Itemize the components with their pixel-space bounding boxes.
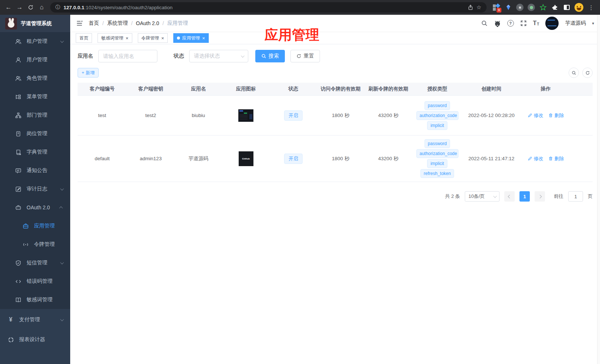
refresh-icon-button[interactable] bbox=[582, 68, 593, 78]
sidebar-item-dict[interactable]: 字典管理 bbox=[0, 143, 70, 161]
goto-page-input[interactable] bbox=[568, 191, 583, 202]
sidebar-item-menu-mgmt[interactable]: 菜单管理 bbox=[0, 87, 70, 106]
browser-menu-icon[interactable]: ⋮ bbox=[587, 4, 595, 11]
app-shell: 芋道管理系统 租户管理 用户管理 角色管理 菜单 bbox=[0, 15, 600, 364]
cell-client-id: default bbox=[78, 156, 127, 161]
address-bar[interactable]: ⓘ 127.0.0.1:1024/system/oauth2/oauth2/ap… bbox=[50, 2, 487, 13]
edit-link[interactable]: 修改 bbox=[528, 112, 543, 119]
sidebar-logo[interactable]: 芋道管理系统 bbox=[0, 15, 70, 32]
user-name[interactable]: 芋道源码 bbox=[565, 20, 586, 27]
text-size-icon[interactable]: TT bbox=[533, 20, 539, 26]
cell-app-icon: GitHub bbox=[222, 151, 270, 166]
chevron-left-icon bbox=[508, 195, 511, 198]
breadcrumb-home[interactable]: 首页 bbox=[89, 20, 99, 27]
grant-tag: authorization_code bbox=[416, 149, 458, 158]
page-size-select[interactable]: 10条/页 bbox=[465, 191, 500, 202]
extension-star-icon[interactable] bbox=[539, 4, 547, 11]
next-page-button[interactable] bbox=[535, 191, 545, 202]
sidebar-item-payment[interactable]: ¥ 支付管理 bbox=[0, 310, 70, 330]
sidebar-item-user[interactable]: 用户管理 bbox=[0, 51, 70, 69]
current-page-button[interactable]: 1 bbox=[519, 191, 530, 202]
github-icon[interactable] bbox=[494, 20, 501, 27]
site-info-icon[interactable]: ⓘ bbox=[55, 4, 60, 11]
tab-close-icon[interactable]: × bbox=[161, 36, 164, 41]
browser-reload-icon[interactable] bbox=[26, 3, 35, 12]
search-button[interactable]: 搜索 bbox=[255, 50, 285, 62]
tab-close-icon[interactable]: × bbox=[202, 36, 205, 41]
reset-button[interactable]: 重置 bbox=[290, 50, 320, 62]
col-header: 授权类型 bbox=[412, 86, 462, 92]
cell-created-time: 2022-05-12 00:28:20 bbox=[462, 113, 521, 118]
cell-status: 开启 bbox=[270, 154, 317, 164]
sidebar-item-dept[interactable]: 部门管理 bbox=[0, 106, 70, 124]
extension-record-icon[interactable] bbox=[528, 4, 535, 11]
cell-secret: test2 bbox=[127, 113, 175, 118]
chevron-down-icon bbox=[60, 39, 64, 43]
pagination: 共 2 条 10条/页 1 前往 页 bbox=[78, 191, 593, 202]
extension-puzzle-icon[interactable] bbox=[551, 4, 559, 11]
breadcrumb: 首页 / 系统管理 / OAuth 2.0 / 应用管理 bbox=[89, 20, 188, 27]
sidebar-item-sensitive-words[interactable]: 敏感词管理 bbox=[0, 291, 70, 309]
add-button[interactable]: + 新增 bbox=[78, 68, 99, 78]
red-annotation-title: 应用管理 bbox=[265, 26, 319, 44]
breadcrumb-system[interactable]: 系统管理 bbox=[107, 20, 128, 27]
code-icon bbox=[15, 278, 21, 285]
chevron-down-icon bbox=[493, 194, 497, 198]
bookmark-star-icon[interactable]: ☆ bbox=[477, 4, 481, 11]
sidebar-item-oauth-token[interactable]: 令牌管理 bbox=[0, 235, 70, 254]
fullscreen-icon[interactable] bbox=[520, 20, 527, 27]
app-name-input[interactable] bbox=[98, 50, 157, 62]
status-select-placeholder: 请选择状态 bbox=[194, 53, 220, 59]
sidebar-item-sms[interactable]: 短信管理 bbox=[0, 254, 70, 272]
tab-sensitive-words[interactable]: 敏感词管理 × bbox=[98, 33, 132, 43]
cell-app-name: 芋道源码 bbox=[175, 155, 222, 162]
plus-icon: + bbox=[82, 70, 84, 75]
sidebar-item-audit-log[interactable]: 审计日志 bbox=[0, 180, 70, 198]
sidebar-item-oauth-application[interactable]: 应用管理 bbox=[0, 217, 70, 235]
breadcrumb-oauth[interactable]: OAuth 2.0 bbox=[136, 20, 159, 26]
sidebar-item-oauth[interactable]: OAuth 2.0 bbox=[0, 198, 70, 217]
extension-gem-icon[interactable] bbox=[504, 4, 512, 11]
cell-refresh-validity: 43200 秒 bbox=[364, 112, 412, 119]
extension-command-icon[interactable] bbox=[516, 4, 524, 11]
sidebar-item-tenant[interactable]: 租户管理 bbox=[0, 32, 70, 51]
tab-application-mgmt[interactable]: 应用管理 × bbox=[173, 33, 209, 43]
search-icon[interactable] bbox=[481, 20, 488, 27]
extension-blocks-icon[interactable]: 9 bbox=[492, 4, 500, 11]
browser-back-icon[interactable]: ← bbox=[4, 3, 13, 12]
tab-home[interactable]: 首页 bbox=[76, 33, 92, 43]
sidebar-item-post[interactable]: 岗位管理 bbox=[0, 124, 70, 143]
tab-close-icon[interactable]: × bbox=[126, 36, 129, 41]
url-text[interactable]: 127.0.0.1:1024/system/oauth2/oauth2/appl… bbox=[64, 5, 173, 10]
briefcase-icon bbox=[22, 223, 29, 229]
extension-sidepanel-icon[interactable] bbox=[563, 4, 570, 11]
page-scrollbar[interactable] bbox=[597, 15, 600, 364]
user-caret-icon[interactable]: ▾ bbox=[592, 21, 594, 26]
share-icon[interactable] bbox=[468, 4, 473, 10]
sidebar-item-role[interactable]: 角色管理 bbox=[0, 69, 70, 87]
sidebar-item-report-designer[interactable]: 报表设计器 bbox=[0, 330, 70, 350]
sidebar-item-notice[interactable]: 通知公告 bbox=[0, 161, 70, 180]
cell-operations: 修改 删除 bbox=[521, 155, 571, 162]
delete-link[interactable]: 删除 bbox=[548, 155, 564, 162]
edit-link[interactable]: 修改 bbox=[528, 155, 543, 162]
profile-avatar-icon[interactable] bbox=[575, 3, 583, 12]
table-tools bbox=[569, 68, 593, 78]
table-toolbar: + 新增 bbox=[78, 68, 593, 78]
delete-link[interactable]: 删除 bbox=[548, 112, 564, 119]
status-select[interactable]: 请选择状态 bbox=[189, 50, 248, 62]
delete-link-label: 删除 bbox=[555, 112, 564, 119]
browser-home-icon[interactable]: ⌂ bbox=[37, 3, 47, 12]
user-avatar[interactable] bbox=[545, 17, 559, 30]
sidebar-item-label: 敏感词管理 bbox=[27, 296, 52, 303]
help-icon[interactable]: ? bbox=[507, 20, 514, 27]
sidebar-collapse-icon[interactable] bbox=[76, 20, 83, 27]
prev-page-button[interactable] bbox=[504, 191, 515, 202]
tab-token-mgmt[interactable]: 令牌管理 × bbox=[138, 33, 168, 43]
chevron-down-icon bbox=[60, 187, 64, 190]
browser-forward-icon[interactable]: → bbox=[15, 3, 24, 12]
sidebar: 芋道管理系统 租户管理 用户管理 角色管理 菜单 bbox=[0, 15, 70, 364]
sidebar-item-errorcode[interactable]: 错误码管理 bbox=[0, 272, 70, 291]
logo-rabbit-image bbox=[5, 18, 17, 30]
toggle-search-icon-button[interactable] bbox=[569, 68, 579, 78]
